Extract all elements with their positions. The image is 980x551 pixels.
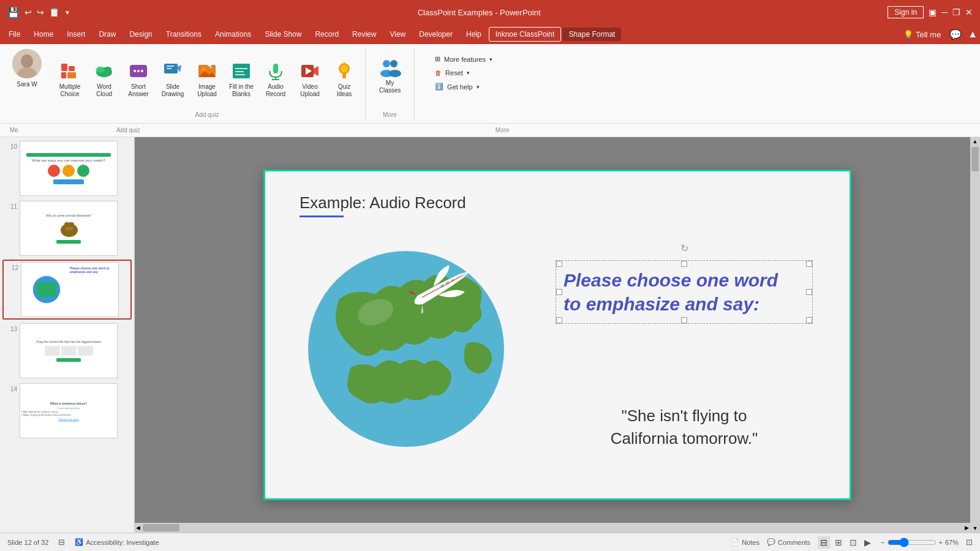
menu-shape-format[interactable]: Shape Format: [562, 28, 621, 41]
slideshow-button[interactable]: ▶: [862, 536, 873, 549]
sign-in-button[interactable]: Sign in: [888, 6, 924, 18]
short-answer-button[interactable]: ShortAnswer: [123, 58, 154, 100]
comments-icon[interactable]: 💬: [949, 29, 962, 40]
minimize-icon[interactable]: ─: [941, 7, 948, 17]
scroll-down-arrow[interactable]: ▼: [971, 524, 979, 533]
multiple-choice-label: MultipleChoice: [59, 83, 80, 98]
collapse-ribbon-icon[interactable]: ▲: [968, 29, 978, 40]
menu-review[interactable]: Review: [346, 28, 382, 41]
handle-top-left[interactable]: [556, 261, 562, 267]
get-help-button[interactable]: ℹ️ Get help ▾: [432, 81, 495, 92]
title-bar-right: Sign in ▣ ─ ❐ ✕: [888, 6, 973, 18]
svg-point-13: [141, 70, 143, 72]
save-icon[interactable]: 💾: [7, 7, 20, 18]
slide-item-11[interactable]: 11 Why do some animals hibernate?: [2, 200, 132, 257]
slide-item-13[interactable]: 13 Drag the correct link that has the bi…: [2, 322, 132, 380]
audio-record-icon: [265, 60, 287, 82]
fill-blanks-button[interactable]: Fill in theBlanks: [225, 58, 257, 100]
multiple-choice-button[interactable]: MultipleChoice: [54, 58, 86, 100]
zoom-slider[interactable]: [888, 538, 937, 547]
fill-blanks-icon: [230, 60, 252, 82]
zoom-level[interactable]: 67%: [945, 539, 959, 546]
rotate-handle[interactable]: ↻: [680, 242, 688, 254]
scroll-thumb-vertical[interactable]: [971, 147, 979, 171]
accessibility-icon: ♿: [75, 538, 83, 546]
svg-rect-26: [273, 64, 278, 73]
more-features-button[interactable]: ⊞ More features ▾: [432, 54, 495, 64]
maximize-icon[interactable]: ❐: [952, 7, 960, 17]
handle-top-right[interactable]: [806, 261, 812, 267]
handle-mid-right[interactable]: [806, 289, 812, 295]
svg-marker-30: [314, 66, 318, 76]
undo-icon[interactable]: ↩: [24, 7, 32, 17]
menu-developer[interactable]: Developer: [413, 28, 459, 41]
normal-view-button[interactable]: ⊟: [818, 536, 830, 549]
svg-point-8: [96, 67, 105, 73]
fit-slide-icon[interactable]: ⊡: [966, 538, 973, 547]
grid-icon: ⊞: [435, 55, 440, 63]
globe-illustration: [290, 220, 522, 453]
handle-mid-left[interactable]: [556, 289, 562, 295]
slide-drawing-button[interactable]: SlideDrawing: [157, 58, 189, 100]
menu-design[interactable]: Design: [123, 28, 158, 41]
short-answer-icon: [127, 60, 149, 82]
vertical-scrollbar[interactable]: ▲ ▼: [970, 137, 980, 533]
notes-icon: 📄: [731, 538, 739, 546]
scroll-up-arrow[interactable]: ▲: [971, 137, 979, 146]
menu-help[interactable]: Help: [460, 28, 488, 41]
menu-record[interactable]: Record: [309, 28, 345, 41]
notes-button[interactable]: 📄 Notes: [731, 538, 760, 546]
quiz-ideas-button[interactable]: QuizIdeas: [328, 58, 360, 100]
redo-icon[interactable]: ↪: [37, 7, 44, 17]
menu-classpoint[interactable]: Inknoe ClassPoint: [489, 27, 562, 42]
reading-view-button[interactable]: ⊡: [847, 536, 859, 549]
slide-number-10: 10: [4, 141, 17, 150]
zoom-out-icon[interactable]: −: [881, 539, 884, 546]
user-name: Sara W: [17, 81, 37, 88]
more-features-group: ⊞ More features ▾ 🗑 Reset ▾ ℹ️ Get help …: [425, 49, 502, 97]
zoom-in-icon[interactable]: +: [939, 539, 943, 546]
word-cloud-button[interactable]: WordCloud: [88, 58, 120, 100]
handle-top-mid[interactable]: [681, 261, 687, 267]
my-classes-button[interactable]: MyClasses: [374, 54, 406, 97]
add-quiz-label: Add quiz: [49, 111, 365, 118]
slide-thumb-12: Please choose one word to emphasize and …: [21, 262, 119, 317]
menu-file[interactable]: File: [2, 28, 26, 41]
image-upload-button[interactable]: ImageUpload: [191, 58, 223, 100]
dropdown-arrow-icon[interactable]: ▼: [64, 9, 70, 16]
comments-button[interactable]: 💬 Comments: [767, 538, 810, 546]
scroll-left-arrow[interactable]: ◀: [135, 523, 141, 532]
audio-record-label: AudioRecord: [266, 83, 285, 98]
slide-item-10[interactable]: 10 What are ways you can improve your he…: [2, 140, 132, 197]
my-classes-section-label: More: [366, 111, 414, 118]
menu-home[interactable]: Home: [28, 28, 59, 41]
handle-bot-mid[interactable]: [681, 317, 687, 323]
status-right: 📄 Notes 💬 Comments ⊟ ⊞ ⊡ ▶ − + 67% ⊡: [731, 536, 973, 549]
menu-view[interactable]: View: [383, 28, 412, 41]
horizontal-scrollbar[interactable]: ◀ ▶: [135, 523, 970, 533]
slide-item-14[interactable]: 14 What is sentence stress? • Learning o…: [2, 382, 132, 440]
slide-number-14: 14: [4, 383, 17, 392]
restore-icon[interactable]: ▣: [929, 7, 937, 17]
scroll-right-arrow[interactable]: ▶: [963, 523, 970, 532]
menu-transitions[interactable]: Transitions: [160, 28, 208, 41]
emphasis-text-box[interactable]: ↻ Please choose one wordto emphasize and…: [556, 260, 813, 324]
audio-record-button[interactable]: AudioRecord: [260, 58, 292, 100]
video-upload-button[interactable]: VideoUpload: [294, 58, 326, 100]
tell-me[interactable]: 💡 Tell me: [903, 30, 941, 39]
menu-insert[interactable]: Insert: [61, 28, 91, 41]
scroll-thumb-horizontal[interactable]: [143, 524, 179, 531]
reset-button[interactable]: 🗑 Reset ▾: [432, 68, 495, 78]
menu-animations[interactable]: Animations: [209, 28, 257, 41]
menu-slideshow[interactable]: Slide Show: [258, 28, 307, 41]
slide-sorter-button[interactable]: ⊞: [832, 536, 845, 549]
handle-bot-right[interactable]: [806, 317, 812, 323]
accessibility-button[interactable]: ♿ Accessibility: Investigate: [75, 538, 159, 546]
close-icon[interactable]: ✕: [965, 7, 973, 17]
user-section[interactable]: Sara W: [5, 47, 49, 121]
slide-item-12[interactable]: 12 Please choose one word to emphasize: [2, 260, 132, 320]
menu-draw[interactable]: Draw: [92, 28, 122, 41]
word-cloud-label: WordCloud: [96, 83, 112, 98]
customize-icon[interactable]: 📋: [49, 7, 59, 17]
handle-bot-left[interactable]: [556, 317, 562, 323]
